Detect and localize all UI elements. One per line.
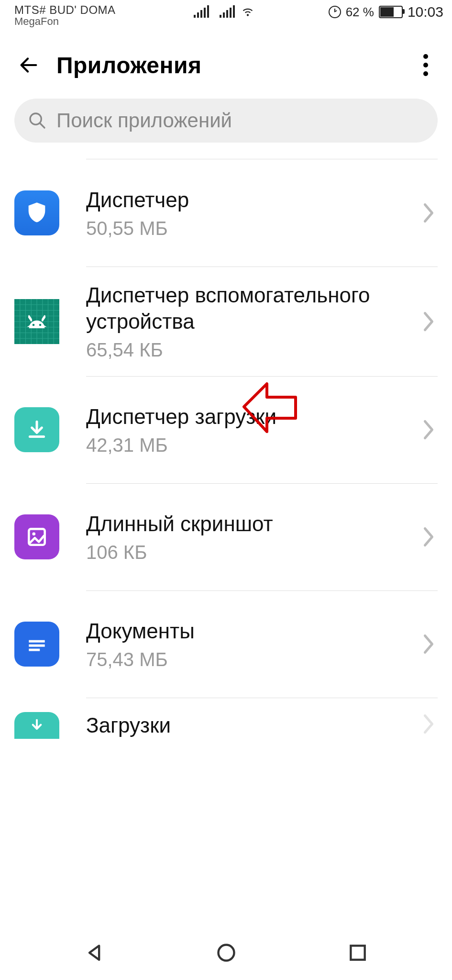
download-icon [25, 418, 49, 442]
chevron-right-icon [421, 201, 436, 225]
app-size: 50,55 МБ [86, 218, 416, 239]
app-name: Длинный скриншот [86, 511, 416, 537]
nav-recents-button[interactable] [343, 938, 372, 967]
back-button[interactable] [14, 51, 43, 79]
page-title: Приложения [56, 52, 414, 78]
nav-home-button[interactable] [212, 938, 241, 967]
chevron-right-icon [421, 632, 436, 656]
battery-icon [379, 6, 403, 18]
battery-percent: 62 % [346, 5, 374, 20]
svg-point-17 [33, 323, 35, 326]
app-name: Диспетчер [86, 187, 416, 213]
chevron-right-icon [421, 525, 436, 549]
circle-icon [216, 942, 237, 963]
app-icon-screenshot [14, 514, 59, 559]
app-name: Документы [86, 618, 416, 644]
app-row-dispatcher[interactable]: Диспетчер 50,55 МБ [14, 159, 438, 267]
svg-rect-23 [29, 640, 44, 643]
app-list: Диспетчер 50,55 МБ [0, 159, 452, 750]
signal-1-icon [194, 6, 209, 18]
app-size: 106 КБ [86, 542, 416, 563]
svg-rect-25 [29, 649, 40, 651]
search-icon [28, 111, 47, 130]
navigation-bar [0, 931, 452, 980]
nav-back-button[interactable] [80, 938, 109, 967]
image-icon [25, 525, 49, 549]
svg-point-22 [32, 532, 35, 535]
chevron-right-icon [421, 310, 436, 334]
android-icon [23, 308, 50, 335]
svg-rect-27 [351, 946, 364, 959]
arrow-left-icon [18, 54, 40, 76]
svg-line-1 [40, 123, 44, 128]
app-row-long-screenshot[interactable]: Длинный скриншот 106 КБ [14, 483, 438, 590]
app-row-download-manager[interactable]: Диспетчер загрузки 42,31 МБ [14, 376, 438, 483]
app-size: 75,43 МБ [86, 649, 416, 670]
carrier-1: MTS# BUD' DOMA [14, 4, 116, 16]
document-lines-icon [25, 632, 49, 656]
more-icon [423, 54, 428, 59]
clock-time: 10:03 [408, 4, 443, 20]
wifi-icon [242, 6, 254, 18]
status-bar: MTS# BUD' DOMA MegaFon 62 % 10:03 [0, 0, 452, 32]
app-icon-download [14, 407, 59, 452]
triangle-left-icon [84, 942, 105, 963]
app-size: 42,31 МБ [86, 434, 416, 456]
page-header: Приложения [0, 32, 452, 94]
chevron-right-icon [421, 418, 436, 442]
app-icon-docs [14, 622, 59, 667]
app-name: Загрузки [86, 712, 416, 738]
app-name: Диспетчер вспомогательного устройства [86, 282, 416, 334]
square-icon [347, 942, 368, 963]
app-row-downloads[interactable]: Загрузки [14, 698, 438, 750]
app-icon-downloads [14, 712, 59, 739]
app-size: 65,54 КБ [86, 339, 416, 361]
app-icon-android [14, 299, 59, 344]
chevron-right-icon [421, 712, 436, 736]
svg-point-26 [218, 945, 234, 961]
signal-2-icon [220, 6, 235, 18]
download-icon [27, 717, 46, 736]
more-button[interactable] [414, 51, 438, 79]
search-input[interactable] [55, 109, 424, 133]
clock-icon [329, 6, 341, 18]
svg-point-18 [39, 323, 42, 326]
app-row-documents[interactable]: Документы 75,43 МБ [14, 590, 438, 698]
app-icon-shield [14, 190, 59, 235]
carrier-2: MegaFon [14, 16, 116, 27]
svg-rect-24 [29, 645, 44, 647]
app-name: Диспетчер загрузки [86, 403, 416, 430]
shield-icon [24, 200, 49, 225]
app-row-accessory-dispatcher[interactable]: Диспетчер вспомогательного устройства 65… [14, 267, 438, 376]
search-field[interactable] [14, 99, 438, 143]
